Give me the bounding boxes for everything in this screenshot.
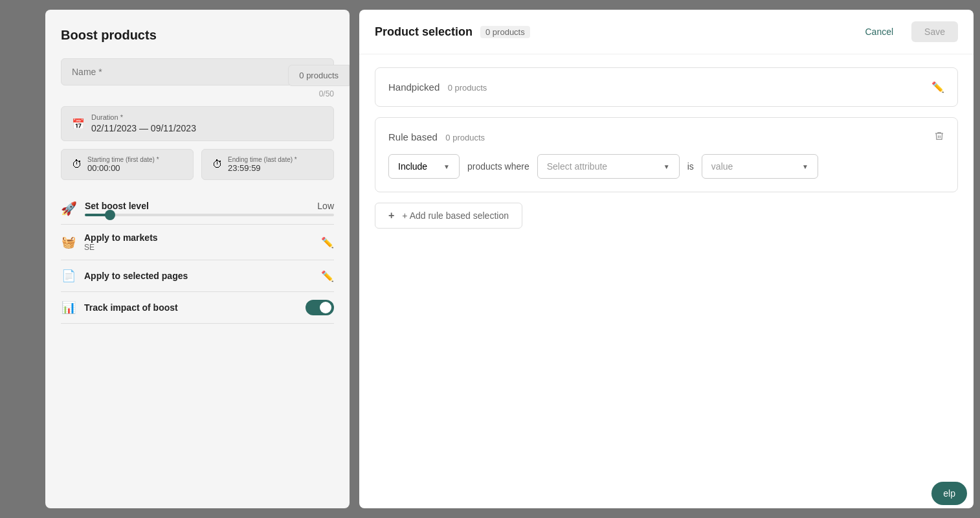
rule-based-card: Rule based 0 products Incl	[375, 117, 958, 192]
is-text: is	[687, 161, 694, 172]
ending-time-field[interactable]: ⏱ Ending time (last date) * 23:59:59	[201, 149, 334, 180]
attribute-dropdown[interactable]: Select attribute ▼	[537, 154, 680, 179]
rule-based-count: 0 products	[445, 133, 485, 142]
clock-icon-end: ⏱	[212, 159, 223, 170]
rule-row: Include ▼ products where Select attribut…	[388, 154, 944, 179]
toggle-knob	[320, 302, 331, 313]
modal-header: Product selection 0 products Cancel Save	[359, 10, 974, 54]
modal-body: Handpicked 0 products ✏️ Rule based 0 pr…	[359, 54, 974, 508]
attribute-chevron-icon: ▼	[663, 163, 670, 170]
include-chevron-icon: ▼	[443, 163, 450, 170]
starting-time-field[interactable]: ⏱ Starting time (first date) * 00:00:00	[61, 149, 194, 180]
add-rule-button[interactable]: + + Add rule based selection	[375, 203, 522, 229]
help-button[interactable]: elp	[931, 482, 967, 505]
track-boost-title: Track impact of boost	[84, 302, 178, 313]
rule-title-group: Rule based 0 products	[388, 131, 485, 143]
track-boost-section: 📊 Track impact of boost	[61, 292, 334, 324]
trash-icon	[934, 131, 944, 141]
track-boost-toggle[interactable]	[306, 300, 334, 315]
include-label: Include	[398, 161, 427, 172]
apply-pages-edit-button[interactable]: ✏️	[321, 270, 334, 282]
modal-actions: Cancel Save	[854, 21, 958, 42]
save-button[interactable]: Save	[911, 21, 958, 42]
boost-level-value: Low	[317, 201, 334, 211]
boost-slider-thumb[interactable]	[105, 210, 115, 220]
products-where-text: products where	[467, 161, 529, 172]
pencil-icon-pages: ✏️	[321, 271, 334, 282]
products-badge: 0 products	[288, 65, 350, 86]
pencil-icon-handpicked: ✏️	[931, 82, 944, 93]
apply-pages-section: 📄 Apply to selected pages ✏️	[61, 260, 334, 292]
product-selection-modal: Product selection 0 products Cancel Save…	[359, 10, 974, 508]
value-chevron-icon: ▼	[802, 163, 808, 170]
calendar-icon	[72, 118, 85, 130]
rule-based-title: Rule based	[388, 131, 438, 142]
add-rule-label: + Add rule based selection	[399, 210, 509, 221]
boost-products-panel: Boost products 0/50 Duration * 02/11/202…	[45, 10, 350, 508]
clock-icon-start: ⏱	[72, 159, 82, 170]
apply-markets-section: 🧺 Apply to markets SE ✏️	[61, 225, 334, 260]
modal-products-count: 0 products	[480, 26, 530, 38]
modal-title-group: Product selection 0 products	[375, 25, 530, 39]
char-count: 0/50	[61, 89, 334, 98]
value-dropdown[interactable]: value ▼	[702, 154, 818, 179]
starting-time-label: Starting time (first date) *	[87, 156, 159, 163]
attribute-placeholder: Select attribute	[547, 161, 607, 172]
ending-time-value: 23:59:59	[228, 163, 297, 173]
handpicked-card: Handpicked 0 products ✏️	[375, 67, 958, 107]
cancel-button[interactable]: Cancel	[854, 21, 904, 42]
ending-time-label: Ending time (last date) *	[228, 156, 297, 163]
rule-card-header: Rule based 0 products	[388, 131, 944, 144]
chart-icon: 📊	[61, 300, 76, 315]
help-label: elp	[943, 488, 955, 499]
handpicked-count: 0 products	[448, 83, 487, 93]
duration-field[interactable]: Duration * 02/11/2023 — 09/11/2023	[61, 106, 334, 141]
boost-level-title: Set boost level	[85, 201, 149, 211]
handpicked-title-group: Handpicked 0 products	[388, 82, 487, 93]
rocket-icon: 🚀	[61, 201, 77, 216]
rule-based-delete-button[interactable]	[934, 131, 944, 144]
pencil-icon-markets: ✏️	[321, 237, 334, 248]
modal-title: Product selection	[375, 25, 473, 39]
boost-level-section: 🚀 Set boost level Low	[61, 193, 334, 225]
apply-markets-edit-button[interactable]: ✏️	[321, 236, 334, 249]
handpicked-edit-button[interactable]: ✏️	[931, 81, 944, 93]
basket-icon: 🧺	[61, 234, 76, 250]
duration-value: 02/11/2023 — 09/11/2023	[91, 123, 196, 133]
boost-slider-track	[85, 214, 334, 216]
include-dropdown[interactable]: Include ▼	[388, 154, 460, 179]
apply-pages-title: Apply to selected pages	[84, 271, 188, 281]
duration-label: Duration *	[91, 113, 196, 121]
apply-markets-subtitle: SE	[84, 243, 158, 252]
starting-time-value: 00:00:00	[87, 163, 159, 173]
apply-markets-title: Apply to markets	[84, 232, 158, 243]
plus-icon: +	[388, 210, 394, 221]
handpicked-title: Handpicked	[388, 82, 440, 93]
panel-title: Boost products	[61, 28, 334, 43]
page-icon: 📄	[61, 268, 76, 284]
value-placeholder: value	[711, 161, 733, 172]
